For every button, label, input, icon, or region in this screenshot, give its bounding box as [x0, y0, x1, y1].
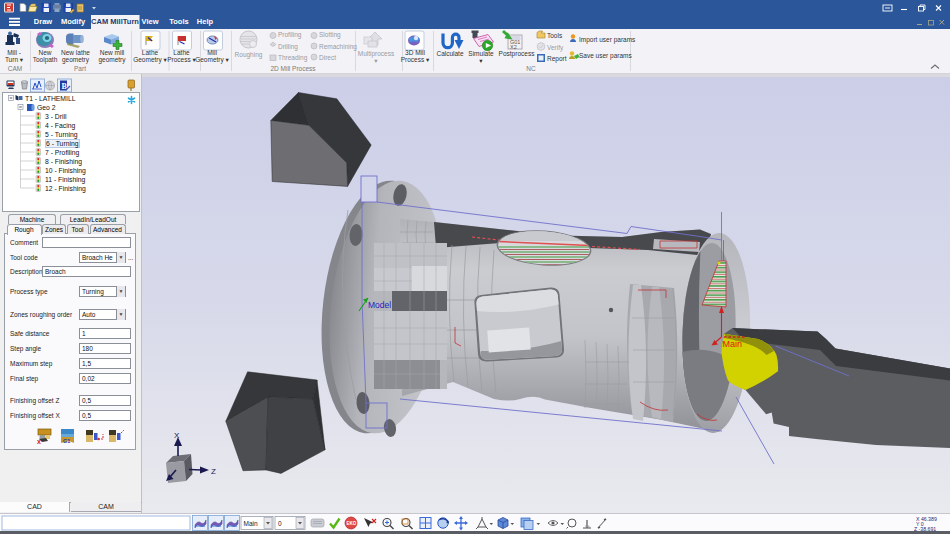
svg-text:Main: Main — [723, 339, 743, 349]
svg-text:0: 0 — [278, 520, 282, 527]
svg-text:G1: G1 — [63, 438, 70, 444]
svg-text:x: x — [37, 438, 41, 445]
svg-text:Z: Z — [211, 467, 216, 476]
svg-text:X: X — [174, 431, 180, 440]
svg-text:Model: Model — [368, 300, 391, 310]
svg-text:Main: Main — [244, 520, 258, 527]
svg-text:EKO: EKO — [347, 521, 357, 526]
